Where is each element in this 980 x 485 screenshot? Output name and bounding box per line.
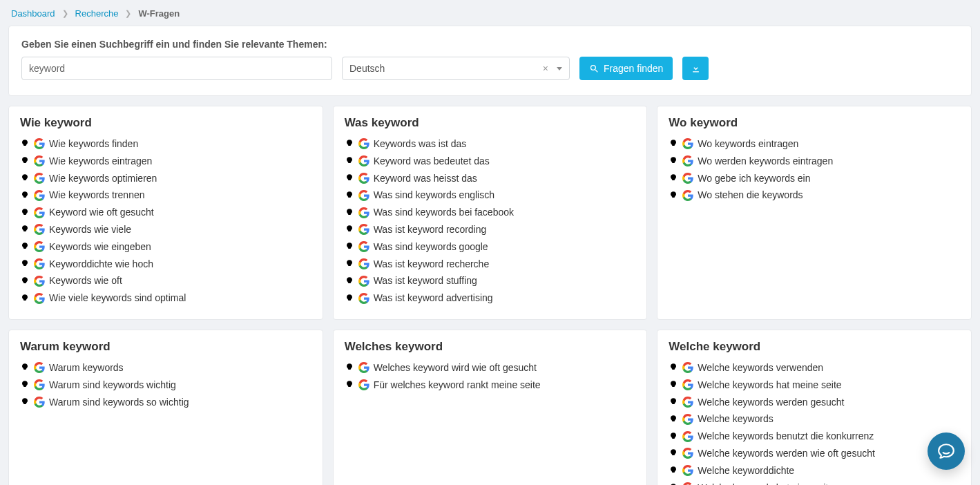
lightbulb-icon[interactable] [345, 139, 354, 149]
lightbulb-icon[interactable] [669, 191, 678, 200]
google-icon[interactable] [34, 397, 45, 408]
lightbulb-icon[interactable] [345, 242, 354, 251]
google-icon[interactable] [358, 224, 369, 235]
result-item-text[interactable]: Welche keywords hat meine seite [698, 379, 841, 391]
lightbulb-icon[interactable] [669, 380, 678, 390]
google-icon[interactable] [358, 173, 369, 184]
result-item-text[interactable]: Welche keywords verwenden [698, 362, 823, 374]
google-icon[interactable] [682, 173, 693, 184]
result-item-text[interactable]: Für welches keyword rankt meine seite [374, 379, 541, 391]
lightbulb-icon[interactable] [20, 173, 30, 183]
lightbulb-icon[interactable] [20, 225, 30, 234]
google-icon[interactable] [34, 293, 45, 304]
google-icon[interactable] [682, 397, 693, 408]
breadcrumb-dashboard[interactable]: Dashboard [11, 8, 55, 19]
lightbulb-icon[interactable] [669, 466, 678, 475]
google-icon[interactable] [34, 224, 45, 235]
keyword-input[interactable] [21, 57, 332, 80]
find-questions-button[interactable]: Fragen finden [579, 57, 673, 80]
lightbulb-icon[interactable] [20, 139, 30, 149]
result-item-text[interactable]: Welche keywords werden gesucht [698, 397, 844, 408]
result-item-text[interactable]: Keyword was heisst das [374, 173, 477, 184]
lightbulb-icon[interactable] [669, 173, 678, 183]
result-item-text[interactable]: Wie keywords optimieren [49, 173, 157, 184]
lightbulb-icon[interactable] [20, 191, 30, 200]
result-item-text[interactable]: Wie keywords eintragen [49, 155, 152, 167]
google-icon[interactable] [358, 379, 369, 390]
lightbulb-icon[interactable] [669, 139, 678, 149]
google-icon[interactable] [358, 293, 369, 304]
lightbulb-icon[interactable] [20, 397, 30, 407]
google-icon[interactable] [682, 155, 693, 167]
google-icon[interactable] [358, 138, 369, 149]
lightbulb-icon[interactable] [20, 294, 30, 303]
result-item-text[interactable]: Was ist keyword recherche [374, 258, 490, 270]
result-item-text[interactable]: Was sind keywords bei facebook [374, 207, 514, 218]
result-item-text[interactable]: Wo keywords eintragen [698, 138, 798, 150]
google-icon[interactable] [34, 207, 45, 218]
result-item-text[interactable]: Wie viele keywords sind optimal [49, 292, 186, 304]
breadcrumb-recherche[interactable]: Recherche [75, 8, 119, 19]
lightbulb-icon[interactable] [20, 259, 30, 269]
google-icon[interactable] [34, 276, 45, 287]
lightbulb-icon[interactable] [669, 156, 678, 166]
download-button[interactable] [682, 57, 709, 80]
lightbulb-icon[interactable] [669, 397, 678, 407]
result-item-text[interactable]: Welche keywords werden wie oft gesucht [698, 448, 875, 459]
lightbulb-icon[interactable] [345, 225, 354, 234]
result-item-text[interactable]: Welches keyword wird wie oft gesucht [374, 362, 537, 374]
google-icon[interactable] [358, 241, 369, 252]
google-icon[interactable] [682, 138, 693, 149]
lightbulb-icon[interactable] [345, 191, 354, 200]
result-item-text[interactable]: Keyword was bedeutet das [374, 155, 490, 167]
result-item-text[interactable]: Wie keywords trennen [49, 189, 145, 201]
result-item-text[interactable]: Was ist keyword stuffing [374, 275, 477, 287]
google-icon[interactable] [34, 155, 45, 167]
language-select[interactable]: Deutsch × [342, 57, 570, 80]
google-icon[interactable] [34, 138, 45, 149]
lightbulb-icon[interactable] [669, 448, 678, 458]
result-item-text[interactable]: Wo gebe ich keywords ein [698, 173, 810, 184]
google-icon[interactable] [34, 379, 45, 390]
result-item-text[interactable]: Welche keywords benutzt die konkurrenz [698, 430, 874, 442]
google-icon[interactable] [682, 362, 693, 373]
result-item-text[interactable]: Keywords wie eingeben [49, 241, 151, 253]
chat-fab[interactable] [928, 432, 965, 470]
result-item-text[interactable]: Welche keywords hat eine seite [698, 482, 834, 485]
lightbulb-icon[interactable] [669, 432, 678, 441]
google-icon[interactable] [682, 431, 693, 442]
result-item-text[interactable]: Warum sind keywords so wichtig [49, 397, 189, 408]
google-icon[interactable] [34, 190, 45, 201]
google-icon[interactable] [682, 414, 693, 425]
result-item-text[interactable]: Wo stehen die keywords [698, 189, 803, 201]
lightbulb-icon[interactable] [345, 259, 354, 269]
google-icon[interactable] [682, 482, 693, 485]
result-item-text[interactable]: Welche keyworddichte [698, 465, 794, 477]
lightbulb-icon[interactable] [20, 208, 30, 218]
lightbulb-icon[interactable] [345, 173, 354, 183]
result-item-text[interactable]: Was ist keyword advertising [374, 292, 493, 304]
result-item-text[interactable]: Keyword wie oft gesucht [49, 207, 154, 218]
google-icon[interactable] [682, 465, 693, 476]
result-item-text[interactable]: Welche keywords [698, 413, 773, 425]
lightbulb-icon[interactable] [20, 156, 30, 166]
lightbulb-icon[interactable] [20, 242, 30, 251]
google-icon[interactable] [358, 155, 369, 167]
result-item-text[interactable]: Was sind keywords englisch [374, 189, 494, 201]
google-icon[interactable] [358, 258, 369, 269]
lightbulb-icon[interactable] [669, 363, 678, 372]
lightbulb-icon[interactable] [20, 363, 30, 372]
google-icon[interactable] [34, 173, 45, 184]
lightbulb-icon[interactable] [345, 208, 354, 218]
result-item-text[interactable]: Keywords was ist das [374, 138, 467, 150]
google-icon[interactable] [34, 362, 45, 373]
result-item-text[interactable]: Wie keywords finden [49, 138, 138, 150]
lightbulb-icon[interactable] [669, 415, 678, 424]
lightbulb-icon[interactable] [345, 156, 354, 166]
lightbulb-icon[interactable] [20, 380, 30, 390]
lightbulb-icon[interactable] [345, 276, 354, 286]
google-icon[interactable] [358, 362, 369, 373]
google-icon[interactable] [358, 276, 369, 287]
google-icon[interactable] [34, 258, 45, 269]
google-icon[interactable] [682, 379, 693, 390]
